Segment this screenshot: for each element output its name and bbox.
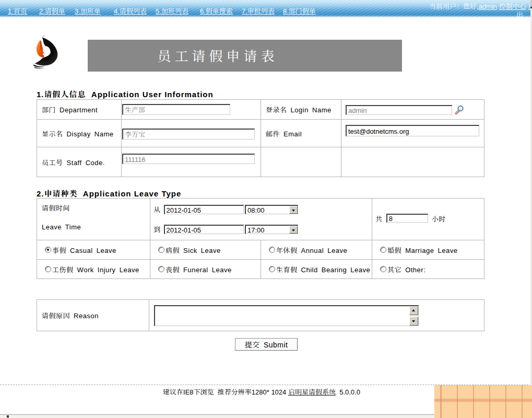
nav-overtime-list[interactable]: 5.加班列表 bbox=[156, 6, 188, 16]
leave-type-radio[interactable] bbox=[158, 247, 164, 253]
email-label: 邮件 Email bbox=[261, 120, 341, 147]
section1-heading: 1.请假人信息 Application User Information bbox=[37, 88, 214, 99]
footer-system-link[interactable]: 启明星请假系统 bbox=[288, 387, 336, 397]
total-label: 共 bbox=[375, 214, 383, 224]
total-hours-input[interactable]: 8 bbox=[386, 214, 428, 223]
leave-type-radio[interactable] bbox=[380, 266, 386, 272]
from-time-value: 08:00 bbox=[247, 205, 265, 215]
leave-type-label: 年休假 Annual Leave bbox=[276, 245, 347, 255]
nav-approval-list[interactable]: 7.审批列表 bbox=[242, 6, 275, 16]
to-time-value: 17:00 bbox=[247, 225, 265, 235]
page-title: 员工请假申请表 bbox=[157, 45, 278, 65]
nav-leave-list[interactable]: 4.请假列表 bbox=[114, 6, 147, 16]
leave-type-cell: 生育假 Child Bearing Leave bbox=[261, 260, 372, 279]
leave-time-label-en: Leave Time bbox=[42, 222, 150, 231]
email-input[interactable]: test@dotnetcms.org bbox=[346, 125, 479, 136]
page-title-banner: 员工请假申请表 bbox=[88, 40, 402, 72]
from-date-input[interactable]: 2012-01-05 bbox=[164, 205, 244, 214]
staff-code-input[interactable]: 111116 bbox=[122, 154, 255, 164]
leave-type-label: 病假 Sick Leave bbox=[165, 245, 221, 255]
leave-type-cell: 其它 Other: bbox=[372, 260, 484, 279]
leave-type-cell: 事假 Casual Leave bbox=[37, 240, 150, 260]
nav-home[interactable]: 1.首页 bbox=[8, 6, 27, 16]
arrow-up-icon bbox=[412, 309, 415, 311]
nav-search[interactable]: 6.假单搜索 bbox=[200, 6, 233, 16]
leave-type-label: 事假 Casual Leave bbox=[52, 245, 116, 255]
display-name-input[interactable]: 李万宝 bbox=[122, 129, 255, 140]
reason-textarea[interactable] bbox=[154, 305, 419, 326]
scroll-down-button[interactable] bbox=[409, 317, 418, 326]
leave-type-radio[interactable] bbox=[269, 247, 275, 253]
leave-type-label: 婚假 Marriage Leave bbox=[387, 245, 457, 255]
leave-type-cell: 丧假 Funeral Leave bbox=[150, 260, 261, 279]
leave-time-label-cell: 请假时间 Leave Time bbox=[37, 199, 150, 240]
to-time-dropdown-button[interactable] bbox=[289, 226, 298, 234]
leave-type-label: 其它 Other: bbox=[387, 264, 425, 274]
staff-code-label: 员工号 Staff Code. bbox=[37, 147, 122, 177]
login-label: 登录名 Login Name bbox=[261, 100, 341, 120]
from-label: 从 bbox=[153, 204, 161, 214]
company-logo bbox=[28, 32, 59, 69]
leave-type-cell: 病假 Sick Leave bbox=[150, 240, 261, 260]
to-date-input[interactable]: 2012-01-05 bbox=[164, 225, 244, 234]
reason-table: 请假原因 Reason bbox=[37, 299, 484, 331]
leave-type-cell: 年休假 Annual Leave bbox=[261, 240, 372, 260]
leave-type-cell: 婚假 Marriage Leave bbox=[372, 240, 484, 260]
login-input[interactable]: admin bbox=[346, 105, 452, 115]
background-pattern-fragment bbox=[434, 385, 532, 418]
horizontal-scrollbar[interactable] bbox=[0, 414, 434, 418]
dropdown-arrow-icon bbox=[292, 229, 295, 233]
leave-time-label-cn: 请假时间 bbox=[42, 203, 150, 213]
reason-label: 请假原因 Reason bbox=[37, 300, 149, 331]
arrow-down-icon bbox=[412, 320, 415, 322]
logout-link-wrapped[interactable]: 出 bbox=[516, 9, 523, 19]
leave-type-radio[interactable] bbox=[158, 266, 164, 272]
current-user-prefix: 当前用户：您好, bbox=[429, 1, 479, 11]
textarea-scrollbar[interactable] bbox=[409, 306, 418, 326]
submit-button[interactable]: 提交 Submit bbox=[235, 338, 298, 351]
nav-leave-form[interactable]: 2.请假单 bbox=[39, 6, 65, 16]
leave-type-cell: 工伤假 Work Injury Leave bbox=[37, 260, 150, 279]
leave-type-label: 丧假 Funeral Leave bbox=[165, 264, 232, 274]
scrollbar-chip bbox=[7, 415, 9, 417]
from-time-select[interactable]: 08:00 bbox=[245, 205, 298, 214]
nav-department-list[interactable]: 8.部门假单 bbox=[283, 6, 316, 16]
to-label: 到 bbox=[153, 224, 161, 234]
footer-version: 5.0.0.0 bbox=[336, 387, 360, 397]
nav-overtime-form[interactable]: 3.加班单 bbox=[75, 6, 101, 16]
search-user-icon[interactable] bbox=[454, 105, 465, 114]
leave-type-label: 生育假 Child Bearing Leave bbox=[276, 264, 370, 274]
user-profile-link[interactable]: admin bbox=[479, 1, 497, 11]
leave-type-radio-checked[interactable] bbox=[45, 247, 51, 253]
page: 1.首页 2.请假单 3.加班单 4.请假列表 5.加班列表 6.假单搜索 7.… bbox=[0, 0, 532, 418]
dropdown-arrow-icon bbox=[292, 210, 295, 213]
leave-type-table: 请假时间 Leave Time 从 2012-01-05 08:00 到 201… bbox=[37, 198, 484, 279]
leave-type-radio[interactable] bbox=[45, 266, 51, 272]
user-info-table: 部门 Department 生产部 登录名 Login Name admin 显… bbox=[37, 99, 484, 177]
leave-type-radio[interactable] bbox=[269, 266, 275, 272]
scroll-up-button[interactable] bbox=[409, 306, 418, 315]
top-navigation-bar: 1.首页 2.请假单 3.加班单 4.请假列表 5.加班列表 6.假单搜索 7.… bbox=[0, 0, 530, 18]
leave-type-label: 工伤假 Work Injury Leave bbox=[52, 264, 139, 274]
section2-heading: 2.申请种类 Application Leave Type bbox=[37, 188, 181, 199]
department-label: 部门 Department bbox=[37, 100, 122, 120]
from-time-dropdown-button[interactable] bbox=[289, 206, 298, 214]
footer-text-before: 建议在IE8下浏览 推荐分辨率1280* 1024 bbox=[163, 387, 288, 397]
leave-type-radio[interactable] bbox=[380, 247, 386, 253]
department-input[interactable]: 生产部 bbox=[122, 104, 230, 115]
to-time-select[interactable]: 17:00 bbox=[245, 225, 298, 234]
hours-unit-label: 小时 bbox=[432, 214, 446, 224]
display-name-label: 显示名 Display Name bbox=[37, 120, 122, 147]
